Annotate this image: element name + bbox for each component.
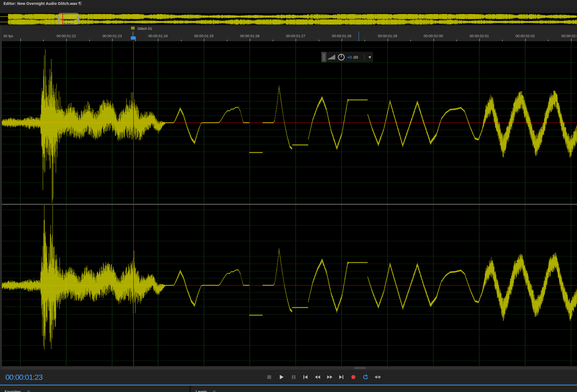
framerate-label: 30 fps bbox=[3, 34, 13, 38]
gain-unit-label: dB bbox=[353, 55, 358, 59]
transport-bar: 00:00:01:23 bbox=[0, 370, 577, 385]
ruler-label: 00:00:01:23 bbox=[102, 34, 122, 38]
ruler-label: 00:00:02:01 bbox=[470, 34, 489, 38]
ruler-label: 00:00:02:03 bbox=[561, 34, 577, 38]
audition-editor-window: { "window": { "title": "Editor: New Over… bbox=[0, 0, 577, 392]
grip-dots-icon bbox=[323, 53, 325, 61]
ruler-tick-major bbox=[479, 39, 480, 41]
skip-to-end-button[interactable] bbox=[337, 372, 346, 382]
ruler-tick-major bbox=[66, 39, 67, 41]
ruler-label: 00:00:02:00 bbox=[424, 34, 443, 38]
ruler-tick-major bbox=[204, 39, 204, 41]
bottom-panels: Favorites ☰ Levels ☰ bbox=[0, 385, 577, 392]
ruler-label: 00:00:01:29 bbox=[378, 34, 397, 38]
ruler-tick-major bbox=[112, 39, 113, 41]
rewind-button[interactable] bbox=[313, 372, 322, 382]
ruler-label: 00:00:01:28 bbox=[332, 34, 351, 38]
overview-view-rectangle[interactable] bbox=[59, 13, 78, 24]
overview-waveform-svg bbox=[0, 13, 577, 25]
ruler-blue-indicator bbox=[359, 31, 359, 41]
panel-left-edge bbox=[0, 26, 2, 370]
ruler-label: 00:00:01:24 bbox=[148, 34, 168, 38]
panel-title: Editor: New Overnight Audio Glitch.wav * bbox=[4, 1, 80, 6]
waveform-svg bbox=[0, 41, 577, 366]
levels-panel-tab[interactable]: Levels ☰ bbox=[191, 385, 577, 392]
levels-panel-title: Levels bbox=[196, 390, 207, 392]
marker-lane[interactable]: Glitch 01 bbox=[0, 26, 577, 32]
timecode-display[interactable]: 00:00:01:23 bbox=[5, 373, 43, 382]
ruler-tick-major bbox=[525, 39, 526, 41]
marker-label: Glitch 01 bbox=[138, 27, 152, 31]
ruler-tick-major bbox=[388, 39, 388, 41]
horizontal-scrollbar[interactable] bbox=[0, 366, 577, 370]
play-button[interactable] bbox=[277, 372, 286, 382]
gain-value[interactable]: +0 bbox=[347, 55, 352, 59]
volume-hud[interactable]: +0 dB ➤ bbox=[321, 52, 373, 62]
ruler-tick-major bbox=[296, 39, 296, 41]
hud-separator bbox=[364, 54, 364, 60]
ruler-tick-major bbox=[433, 39, 434, 41]
overview-waveform bbox=[0, 13, 577, 25]
ruler-tick-major bbox=[250, 39, 250, 41]
favorites-panel-menu-icon[interactable]: ☰ bbox=[27, 390, 30, 392]
ruler-label: 00:00:01:25 bbox=[194, 34, 214, 38]
favorites-panel-title: Favorites bbox=[5, 390, 21, 392]
record-button[interactable] bbox=[348, 372, 358, 382]
playhead-handle[interactable] bbox=[131, 36, 136, 40]
ruler-label: 00:00:01:22 bbox=[56, 34, 76, 38]
levels-panel-menu-icon[interactable]: ☰ bbox=[213, 390, 216, 392]
skip-to-start-button[interactable] bbox=[300, 372, 310, 382]
ruler-label: 00:00:02:02 bbox=[515, 34, 535, 38]
ruler-tick-major bbox=[158, 39, 158, 41]
panel-menu-icon[interactable]: ☰ bbox=[78, 1, 83, 6]
scrollbar-grip[interactable] bbox=[354, 367, 366, 369]
ruler-tick-major bbox=[342, 39, 342, 41]
waveform-display[interactable] bbox=[0, 41, 577, 366]
playhead-line[interactable] bbox=[133, 41, 134, 366]
overview-rect-left-handle[interactable] bbox=[58, 16, 60, 22]
overview-playhead bbox=[62, 13, 63, 25]
favorites-panel-tab[interactable]: Favorites ☰ bbox=[0, 385, 189, 392]
timeline-ruler[interactable]: 30 fps 00:00:01:2200:00:01:2300:00:01:24… bbox=[0, 31, 577, 41]
ruler-tick-major bbox=[20, 39, 21, 41]
skip-selection-button[interactable] bbox=[373, 372, 383, 382]
ruler-label: 00:00:01:26 bbox=[240, 34, 259, 38]
fast-forward-button[interactable] bbox=[325, 372, 335, 382]
overview-rect-right-handle[interactable] bbox=[77, 16, 79, 22]
loop-playback-button[interactable] bbox=[361, 372, 370, 382]
level-bars-icon bbox=[326, 54, 337, 60]
ruler-tick-major bbox=[571, 39, 572, 41]
pause-button[interactable] bbox=[289, 372, 299, 382]
panel-title-bar: Editor: New Overnight Audio Glitch.wav *… bbox=[0, 0, 577, 8]
hud-drag-handle[interactable] bbox=[321, 52, 326, 62]
pin-hud-icon[interactable]: ➤ bbox=[366, 53, 374, 61]
stop-button[interactable] bbox=[264, 372, 274, 382]
volume-knob-icon[interactable] bbox=[337, 53, 345, 61]
marker-flag-icon[interactable] bbox=[131, 27, 135, 30]
playhead-dotted-line bbox=[133, 32, 133, 37]
overview-navigator[interactable] bbox=[0, 7, 577, 26]
ruler-label: 00:00:01:27 bbox=[286, 34, 305, 38]
